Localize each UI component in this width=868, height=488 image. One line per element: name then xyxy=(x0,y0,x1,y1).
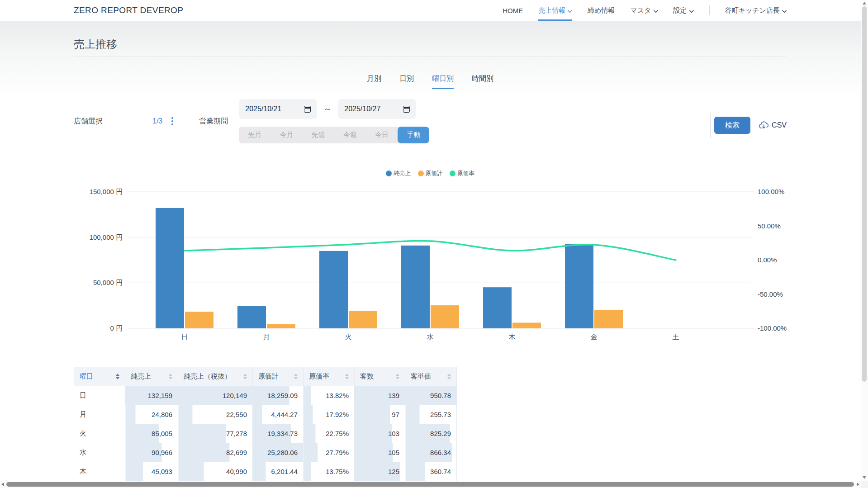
svg-text:土: 土 xyxy=(673,333,679,341)
tab-月別[interactable]: 月別 xyxy=(367,74,381,89)
column-header-純売上（税抜）[interactable]: 純売上（税抜） xyxy=(178,367,253,386)
column-label: 曜日 xyxy=(80,372,93,381)
content-area: 売上推移 月別日別曜日別時間別 店舗選択 1/3 営業期間 2025/10/21 xyxy=(74,21,787,483)
svg-text:木: 木 xyxy=(509,333,516,341)
legend-item-純売上[interactable]: 純売上 xyxy=(386,170,411,177)
legend-dot-icon xyxy=(418,171,424,176)
sort-icon[interactable] xyxy=(169,374,172,379)
nav-item-3[interactable]: マスタ xyxy=(631,0,658,21)
sales-chart: 150,000 円100,000 円50,000 円0 円100.00%50.0… xyxy=(74,180,787,346)
vertical-scrollbar-thumb[interactable] xyxy=(862,6,867,382)
date-to-input[interactable]: 2025/10/27 xyxy=(338,99,416,119)
date-from-input[interactable]: 2025/10/21 xyxy=(239,99,317,119)
column-header-曜日[interactable]: 曜日 xyxy=(74,367,125,386)
horizontal-scrollbar[interactable] xyxy=(0,481,861,488)
column-label: 純売上 xyxy=(131,372,151,381)
quick-period-先週[interactable]: 先週 xyxy=(303,127,334,143)
user-menu[interactable]: 谷町キッチン店長 xyxy=(725,0,787,21)
weekday-sales-table: 曜日純売上純売上（税抜）原価計原価率客数客単価 日132,159120,1491… xyxy=(74,367,457,483)
value-cell: 139 xyxy=(355,386,405,405)
table-body: 日132,159120,14918,259.0913.82%139950.78月… xyxy=(74,386,457,484)
value-cell: 125 xyxy=(355,462,405,481)
legend-label: 原価計 xyxy=(426,170,443,177)
value-cell: 27.79% xyxy=(304,443,355,462)
weekday-cell: 月 xyxy=(74,405,125,424)
date-range-separator: ～ xyxy=(323,104,332,114)
table-head: 曜日純売上純売上（税抜）原価計原価率客数客単価 xyxy=(74,367,457,386)
value-cell: 82,699 xyxy=(178,443,253,462)
quick-period-今日[interactable]: 今日 xyxy=(366,127,398,143)
chevron-down-icon xyxy=(689,7,694,14)
column-header-純売上[interactable]: 純売上 xyxy=(125,367,178,386)
scroll-down-arrow-icon[interactable] xyxy=(863,476,866,479)
value-cell: 103 xyxy=(355,424,405,443)
sort-icon[interactable] xyxy=(345,374,349,379)
chevron-down-icon xyxy=(568,7,572,14)
view-tabs: 月別日別曜日別時間別 xyxy=(74,74,787,89)
kebab-vertical-icon[interactable] xyxy=(170,115,175,127)
period-label: 営業期間 xyxy=(199,117,228,126)
svg-text:0 円: 0 円 xyxy=(110,324,123,332)
column-header-客数[interactable]: 客数 xyxy=(355,367,405,386)
column-label: 客数 xyxy=(360,372,374,381)
value-cell: 13.75% xyxy=(304,462,355,481)
quick-period-今週[interactable]: 今週 xyxy=(334,127,366,143)
vertical-scrollbar[interactable] xyxy=(861,0,868,481)
svg-text:100.00%: 100.00% xyxy=(758,188,784,195)
csv-download-link[interactable]: CSV xyxy=(759,121,787,129)
nav-item-1[interactable]: 売上情報 xyxy=(538,0,572,21)
date-range-row: 2025/10/21 ～ 2025/10/27 xyxy=(239,99,429,119)
quick-period-今月[interactable]: 今月 xyxy=(270,127,302,143)
user-menu-label: 谷町キッチン店長 xyxy=(725,6,780,15)
store-selected-count: 1/3 xyxy=(152,117,162,125)
calendar-icon[interactable] xyxy=(403,106,410,113)
svg-text:100,000 円: 100,000 円 xyxy=(90,233,123,241)
svg-text:日: 日 xyxy=(181,333,188,341)
value-cell: 40,990 xyxy=(178,462,253,481)
app-brand: ZERO REPORT DEVEROP xyxy=(74,5,183,15)
quick-period-先月[interactable]: 先月 xyxy=(239,127,270,143)
weekday-cell: 火 xyxy=(74,424,125,443)
value-cell: 13.82% xyxy=(304,386,355,405)
value-cell: 6,201.44 xyxy=(253,462,304,481)
value-cell: 25,280.06 xyxy=(253,443,304,462)
legend-item-原価率[interactable]: 原価率 xyxy=(450,170,474,177)
value-cell: 90,966 xyxy=(125,443,178,462)
svg-text:50.00%: 50.00% xyxy=(758,222,781,230)
weekday-cell: 水 xyxy=(74,443,125,462)
store-select-group: 店舗選択 1/3 xyxy=(74,99,175,143)
value-cell: 22,550 xyxy=(178,405,253,424)
table-row-日: 日132,159120,14918,259.0913.82%139950.78 xyxy=(74,386,457,405)
scroll-right-arrow-icon[interactable] xyxy=(857,483,859,486)
table-row-木: 木45,09340,9906,201.4413.75%125360.74 xyxy=(74,462,457,481)
column-header-原価計[interactable]: 原価計 xyxy=(253,367,304,386)
table-row-火: 火85,00577,27819,334.7322.75%103825.29 xyxy=(74,424,457,443)
legend-item-原価計[interactable]: 原価計 xyxy=(418,170,443,177)
nav-item-4[interactable]: 設定 xyxy=(674,0,694,21)
sort-icon[interactable] xyxy=(294,374,298,379)
scroll-up-arrow-icon[interactable] xyxy=(863,2,866,5)
tab-日別[interactable]: 日別 xyxy=(399,74,414,89)
date-from-value: 2025/10/21 xyxy=(245,105,281,113)
legend-label: 純売上 xyxy=(394,170,411,177)
sort-icon[interactable] xyxy=(447,374,451,379)
title-divider xyxy=(74,57,787,57)
svg-text:火: 火 xyxy=(345,333,352,341)
column-header-原価率[interactable]: 原価率 xyxy=(304,367,355,386)
column-header-客単価[interactable]: 客単価 xyxy=(405,367,457,386)
cloud-download-icon xyxy=(759,121,769,129)
nav-item-home[interactable]: HOME xyxy=(503,0,523,21)
calendar-icon[interactable] xyxy=(304,106,311,113)
horizontal-scrollbar-thumb[interactable] xyxy=(6,482,854,487)
sort-icon[interactable] xyxy=(243,374,247,379)
scroll-left-arrow-icon[interactable] xyxy=(1,483,4,486)
quick-period-手動[interactable]: 手動 xyxy=(398,127,429,143)
tab-時間別[interactable]: 時間別 xyxy=(472,74,493,89)
sort-icon[interactable] xyxy=(116,374,119,379)
value-cell: 17.92% xyxy=(304,405,355,424)
tab-曜日別[interactable]: 曜日別 xyxy=(432,74,454,89)
search-button[interactable]: 検索 xyxy=(714,117,750,134)
nav-item-2[interactable]: 締め情報 xyxy=(588,0,615,21)
sort-icon[interactable] xyxy=(396,374,399,379)
filter-divider xyxy=(187,101,187,142)
